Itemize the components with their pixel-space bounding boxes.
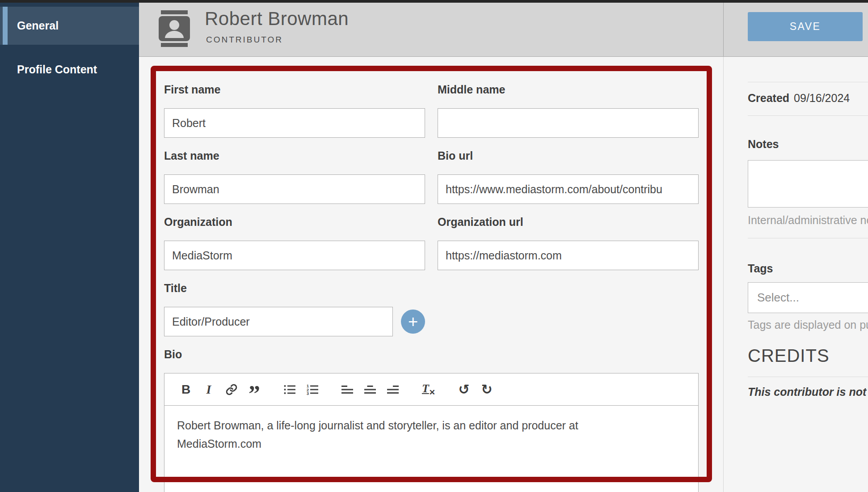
last-name-label: Last name [164,148,425,163]
middle-name-input[interactable] [438,108,699,138]
field-last-name: Last name [164,148,425,204]
tags-helper-text: Tags are displayed on pub [748,318,868,331]
notes-textarea[interactable] [748,160,868,208]
field-title: Title + [164,281,699,336]
bio-url-label: Bio url [438,148,699,163]
field-bio: Bio B I ” [164,347,699,492]
page-title: Robert Browman [205,8,349,30]
organization-url-input[interactable] [438,241,699,270]
sidebar-item-label: General [0,7,139,45]
svg-text:3: 3 [307,391,309,396]
notes-helper-text: Internal/administrative no [748,214,868,227]
notes-label: Notes [748,138,779,151]
undo-icon[interactable]: ↺ [456,381,472,399]
divider [748,238,868,238]
bio-url-input[interactable] [438,174,699,204]
tags-label: Tags [748,262,773,275]
page-subtitle: CONTRIBUTOR [206,35,283,45]
bio-text-input[interactable]: Robert Browman, a life-long journalist a… [164,406,698,464]
redo-icon[interactable]: ↻ [479,381,495,399]
active-accent-bar [3,7,8,45]
align-left-icon[interactable] [340,381,356,399]
organization-url-label: Organization url [438,215,699,229]
first-name-label: First name [164,82,425,97]
bio-text: Robert Browman, a life-long journalist a… [177,416,642,453]
sidebar-item-general[interactable]: General [0,7,139,45]
tags-select-input[interactable] [748,282,868,313]
blockquote-icon[interactable]: ” [246,381,262,399]
organization-label: Organization [164,215,425,229]
bio-rich-text-editor: B I ” [164,373,699,492]
divider [748,115,868,116]
unordered-list-icon[interactable] [282,381,298,399]
created-date: 09/16/2024 [794,92,850,104]
save-button[interactable]: SAVE [748,12,863,41]
right-panel: Created09/16/2024 Notes Internal/adminis… [724,57,868,492]
ordered-list-icon[interactable]: 123 [304,381,320,399]
divider [748,82,868,82]
bio-toolbar: B I ” [164,373,698,406]
align-right-icon[interactable] [385,381,401,399]
bio-label: Bio [164,347,699,361]
credits-heading: CREDITS [748,346,830,366]
field-organization-url: Organization url [438,215,699,270]
sidebar-item-profile-content[interactable]: Profile Content [0,57,139,81]
middle-name-label: Middle name [438,82,699,97]
organization-input[interactable] [164,241,425,270]
first-name-input[interactable] [164,108,425,138]
clear-formatting-icon[interactable]: T✕ [421,381,437,399]
title-input[interactable] [164,307,393,336]
contributor-avatar-icon [159,10,190,47]
divider [748,377,868,377]
italic-icon[interactable]: I [201,381,217,399]
add-title-button[interactable]: + [401,310,425,334]
title-label: Title [164,281,699,295]
page-header: Robert Browman CONTRIBUTOR SAVE [139,3,868,57]
field-organization: Organization [164,215,425,270]
header-divider [723,3,724,56]
credits-empty-text: This contributor is not c [748,386,868,399]
general-form: First name Middle name Last name Bio url… [164,82,699,492]
sidebar: General Profile Content [0,3,139,492]
bold-icon[interactable]: B [178,381,194,399]
created-label: Created [748,92,789,104]
field-bio-url: Bio url [438,148,699,204]
field-first-name: First name [164,82,425,138]
align-center-icon[interactable] [362,381,379,399]
created-row: Created09/16/2024 [748,92,850,105]
link-icon[interactable] [223,381,240,399]
last-name-input[interactable] [164,174,425,204]
sidebar-item-label: Profile Content [0,57,139,81]
field-middle-name: Middle name [438,82,699,138]
